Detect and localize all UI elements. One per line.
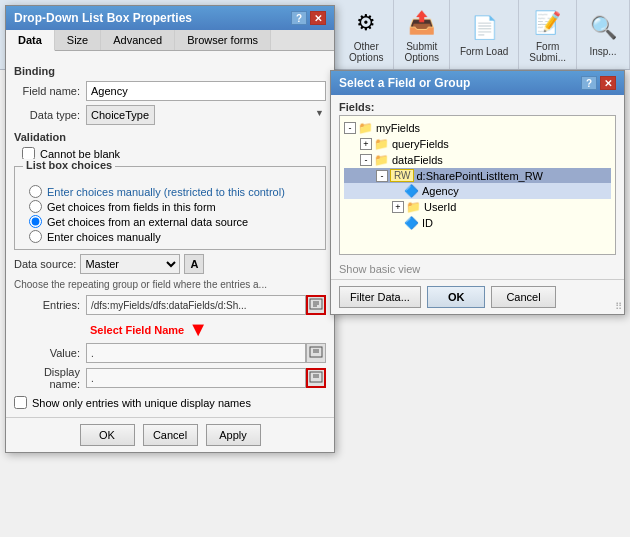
show-unique-row: Show only entries with unique display na… [14,396,326,409]
ok-button[interactable]: OK [80,424,135,446]
data-type-row: Data type: ChoiceType ▼ [14,105,326,125]
radio-get-from-form[interactable]: Get choices from fields in this form [29,200,319,213]
data-type-label: Data type: [14,109,86,121]
ribbon-inspect[interactable]: 🔍 Insp... [577,0,630,69]
main-dialog-footer: OK Cancel Apply [6,417,334,452]
fields-tree: - 📁 myFields + 📁 queryFields - 📁 dataFie… [339,115,616,255]
data-type-select[interactable]: ChoiceType [86,105,155,125]
apply-button[interactable]: Apply [206,424,261,446]
arrow-down-icon: ▼ [188,318,208,341]
show-unique-checkbox[interactable] [14,396,27,409]
entries-browse-btn[interactable] [306,295,326,315]
toggle-dataFields[interactable]: - [360,154,372,166]
field-ok-button[interactable]: OK [427,286,486,308]
select-field-name-label: Select Field Name [90,324,184,336]
folder-myFields-icon: 📁 [358,121,373,135]
value-browse-btn[interactable] [306,343,326,363]
tree-item-sharepoint-rw[interactable]: - RW d:SharePointListItem_RW [344,168,611,183]
display-name-browse-btn[interactable] [306,368,326,388]
entries-row: Entries: [14,295,326,315]
tree-label-sharepoint-rw: d:SharePointListItem_RW [416,170,542,182]
field-dialog-titlebar: Select a Field or Group ? ✕ [331,71,624,95]
show-basic-view[interactable]: Show basic view [331,259,624,279]
ribbon-submit-options[interactable]: 📤 SubmitOptions [394,0,449,69]
ribbon-form-load[interactable]: 📄 Form Load [450,0,519,69]
data-source-row: Data source: Master A [14,254,326,274]
ribbon-submit-options-label: SubmitOptions [404,41,438,63]
main-dialog-titlebar: Drop-Down List Box Properties ? ✕ [6,6,334,30]
value-browse-icon [309,346,323,360]
value-row: Value: [14,343,326,363]
radio-get-external-label: Get choices from an external data source [47,216,248,228]
inspect-icon: 🔍 [587,12,619,44]
filter-data-button[interactable]: Filter Data... [339,286,421,308]
show-unique-label: Show only entries with unique display na… [32,397,251,409]
display-name-input[interactable] [86,368,306,388]
cannot-be-blank-label: Cannot be blank [40,148,120,160]
data-source-add-btn[interactable]: A [184,254,204,274]
tab-size[interactable]: Size [55,30,101,50]
data-type-arrow: ▼ [315,108,324,118]
field-dialog-close-btn[interactable]: ✕ [600,76,616,90]
radio-get-from-form-label: Get choices from fields in this form [47,201,216,213]
tree-item-agency[interactable]: 🔷 Agency [344,183,611,199]
field-dialog-title: Select a Field or Group [339,76,470,90]
toggle-userid[interactable]: + [392,201,404,213]
tab-data[interactable]: Data [6,30,55,51]
field-dialog-help-btn[interactable]: ? [581,76,597,90]
radio-enter-manually[interactable]: Enter choices manually [29,230,319,243]
tree-item-id[interactable]: 🔷 ID [344,215,611,231]
field-agency-icon: 🔷 [404,184,419,198]
field-name-input[interactable] [86,81,326,101]
tab-advanced[interactable]: Advanced [101,30,175,50]
ribbon-form-submit[interactable]: 📝 FormSubmi... [519,0,577,69]
binding-label: Binding [14,65,326,77]
display-name-row: Display name: [14,366,326,390]
tab-browser-forms[interactable]: Browser forms [175,30,271,50]
tree-label-dataFields: dataFields [392,154,443,166]
folder-dataFields-icon: 📁 [374,153,389,167]
resize-handle[interactable]: ⠿ [615,301,622,312]
fields-label: Fields: [331,95,624,115]
form-load-icon: 📄 [468,12,500,44]
ribbon-inspect-label: Insp... [589,46,616,57]
entries-browse-icon [309,298,323,312]
other-options-icon: ⚙ [350,7,382,39]
folder-userid-icon: 📁 [406,200,421,214]
toggle-myFields[interactable]: - [344,122,356,134]
tree-item-myFields[interactable]: - 📁 myFields [344,120,611,136]
field-cancel-button[interactable]: Cancel [491,286,555,308]
main-dialog-title: Drop-Down List Box Properties [14,11,192,25]
radio-enter-manually-restricted-label: Enter choices manually (restricted to th… [47,186,285,198]
radio-get-external[interactable]: Get choices from an external data source [29,215,319,228]
entries-label: Entries: [14,299,86,311]
submit-options-icon: 📤 [406,7,438,39]
show-basic-label: Show basic view [339,263,420,275]
toggle-sharepoint-rw[interactable]: - [376,170,388,182]
folder-queryFields-icon: 📁 [374,137,389,151]
value-input[interactable] [86,343,306,363]
value-label: Value: [14,347,86,359]
field-name-label: Field name: [14,85,86,97]
list-box-choices-label: List box choices [23,159,115,171]
ribbon-form-load-label: Form Load [460,46,508,57]
tree-item-userid[interactable]: + 📁 UserId [344,199,611,215]
radio-enter-manually-restricted[interactable]: Enter choices manually (restricted to th… [29,185,319,198]
ribbon-form-submit-label: FormSubmi... [529,41,566,63]
entries-input[interactable] [86,295,306,315]
validation-label: Validation [14,131,326,143]
field-name-row: Field name: [14,81,326,101]
field-dialog-footer: Filter Data... OK Cancel [331,279,624,314]
close-button[interactable]: ✕ [310,11,326,25]
main-dialog: Drop-Down List Box Properties ? ✕ Data S… [5,5,335,453]
tree-item-queryFields[interactable]: + 📁 queryFields [344,136,611,152]
display-name-label: Display name: [14,366,86,390]
cancel-button[interactable]: Cancel [143,424,198,446]
ribbon-other-options-label: OtherOptions [349,41,383,63]
ribbon-other-options[interactable]: ⚙ OtherOptions [339,0,394,69]
help-button[interactable]: ? [291,11,307,25]
data-source-select[interactable]: Master [80,254,180,274]
tree-item-dataFields[interactable]: - 📁 dataFields [344,152,611,168]
dialog-tabs: Data Size Advanced Browser forms [6,30,334,51]
toggle-queryFields[interactable]: + [360,138,372,150]
